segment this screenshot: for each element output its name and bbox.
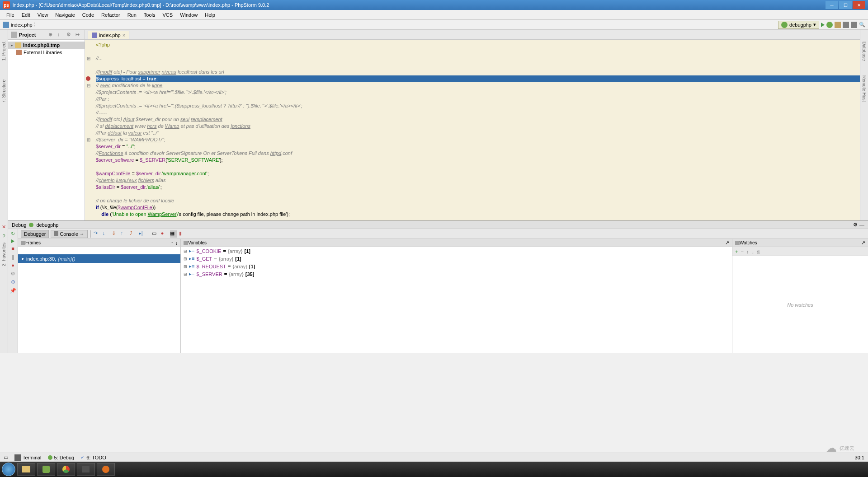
status-debug[interactable]: 5: Debug bbox=[48, 455, 75, 460]
stop-button[interactable]: ■ bbox=[11, 246, 14, 251]
breakpoint-icon[interactable] bbox=[86, 76, 90, 81]
code-line[interactable]: //[modif oto] Ajout $server_dir pour un … bbox=[96, 116, 860, 123]
pin-button[interactable]: 📌 bbox=[10, 288, 16, 294]
code-line[interactable]: //$projectContents .= '<li><a href="'.($… bbox=[96, 103, 860, 109]
expand-icon[interactable]: ⊞ bbox=[184, 257, 187, 261]
close-button[interactable]: ✕ bbox=[853, 1, 865, 9]
resume-button[interactable] bbox=[11, 239, 14, 243]
taskbar-firefox[interactable] bbox=[97, 463, 115, 476]
menu-file[interactable]: File bbox=[3, 12, 18, 18]
help-icon[interactable]: ? bbox=[2, 234, 5, 239]
view-breakpoints-button[interactable]: ● bbox=[11, 262, 14, 268]
code-line[interactable]: // on charge le fichier de conf locale bbox=[96, 197, 860, 204]
step-into-button[interactable]: ↓ bbox=[103, 230, 110, 238]
code-line[interactable]: $wampConfFile = $server_dir.'wampmanager… bbox=[96, 170, 860, 177]
code-line[interactable]: // avec modification de la ligne⊟ bbox=[96, 82, 860, 89]
stop-button[interactable] bbox=[843, 22, 849, 28]
menu-tools[interactable]: Tools bbox=[140, 12, 159, 18]
code-line[interactable]: $suppress_localhost = true; bbox=[96, 75, 860, 82]
code-line[interactable]: $server_software = $_SERVER['SERVER_SOFT… bbox=[96, 157, 860, 164]
settings-button[interactable]: ⚙ bbox=[11, 279, 15, 285]
run-config-selector[interactable]: debugphp ▾ bbox=[778, 21, 819, 29]
start-button[interactable] bbox=[2, 463, 15, 476]
evaluate-button[interactable]: ▭ bbox=[152, 230, 159, 238]
menu-view[interactable]: View bbox=[34, 12, 52, 18]
code-line[interactable]: if (!is_file($wampConfFile)) bbox=[96, 204, 860, 211]
tool-tab-project[interactable]: 1: Project bbox=[1, 39, 6, 63]
minimize-button[interactable]: ─ bbox=[826, 1, 838, 9]
variable-row[interactable]: ⊞ ▸≡ $_COOKIE = {array} [1] bbox=[181, 247, 732, 255]
code-line[interactable]: //...⊞ bbox=[96, 55, 860, 62]
drop-frame-button[interactable]: ⤴ bbox=[130, 230, 137, 238]
coverage-button[interactable] bbox=[835, 22, 841, 28]
code-editor[interactable]: <?php //...⊞ //[modif oto] - Pour suppri… bbox=[85, 40, 860, 220]
menu-refactor[interactable]: Refactor bbox=[98, 12, 124, 18]
update-button[interactable] bbox=[851, 22, 857, 28]
maximize-button[interactable]: ☐ bbox=[839, 1, 852, 9]
menu-help[interactable]: Help bbox=[201, 12, 219, 18]
move-down-button[interactable]: ↓ bbox=[751, 249, 754, 254]
code-line[interactable]: //Fonctionne à condition d'avoir ServerS… bbox=[96, 150, 860, 157]
tree-node-libraries[interactable]: External Libraries bbox=[8, 49, 85, 56]
menu-edit[interactable]: Edit bbox=[18, 12, 34, 18]
menu-navigate[interactable]: Navigate bbox=[52, 12, 78, 18]
expand-icon[interactable]: ⊞ bbox=[184, 249, 187, 253]
stack-frame[interactable]: ▸ index.php:30, {main}() bbox=[18, 254, 180, 263]
taskbar-explorer[interactable] bbox=[17, 463, 35, 476]
next-frame-button[interactable]: ↓ bbox=[175, 240, 178, 246]
tree-node-root[interactable]: ▸ index.php0.tmp bbox=[8, 42, 85, 49]
code-line[interactable]: //Par : bbox=[96, 96, 860, 103]
expand-icon[interactable]: ⊞ bbox=[184, 272, 187, 276]
code-line[interactable]: $aliasDir = $server_dir.'alias/'; bbox=[96, 184, 860, 191]
settings-icon[interactable]: ⚙ bbox=[853, 222, 858, 228]
code-line[interactable]: //chemin jusqu'aux fichiers alias bbox=[96, 177, 860, 184]
hide-button[interactable]: ↦ bbox=[75, 32, 82, 38]
code-line[interactable]: die ('Unable to open WampServer\'s confi… bbox=[96, 211, 860, 218]
code-line[interactable]: //----- bbox=[96, 109, 860, 116]
scroll-from-source-button[interactable]: ⊕ bbox=[48, 32, 55, 38]
expand-icon[interactable]: ▸ bbox=[11, 43, 13, 47]
tool-tab-remote-host[interactable]: Remote Host bbox=[862, 73, 867, 104]
code-line[interactable]: //$projectContents .= '<li><a href="'.$f… bbox=[96, 89, 860, 96]
duplicate-watch-button[interactable]: ⎘ bbox=[757, 249, 760, 254]
code-line[interactable]: // si déplacement www hors de Wamp et pa… bbox=[96, 123, 860, 130]
tool-tab-favorites[interactable]: 2: Favorites bbox=[1, 243, 6, 266]
restore-layout-button[interactable]: ↗ bbox=[725, 240, 729, 246]
menu-vcs[interactable]: VCS bbox=[159, 12, 177, 18]
toggle-breakpoint-button[interactable]: ● bbox=[161, 230, 168, 238]
collapse-all-button[interactable]: ↓ bbox=[57, 32, 64, 38]
layout-button[interactable]: ▦ bbox=[170, 230, 177, 238]
code-line[interactable] bbox=[96, 164, 860, 170]
force-step-into-button[interactable]: ⇓ bbox=[112, 230, 119, 238]
taskbar-app-2[interactable] bbox=[77, 463, 95, 476]
fold-icon[interactable]: ⊞ bbox=[87, 136, 90, 143]
breadcrumb-file[interactable]: index.php bbox=[11, 22, 33, 28]
prev-frame-button[interactable]: ↑ bbox=[171, 240, 174, 246]
console-tab[interactable]: Console → bbox=[51, 230, 87, 238]
step-over-button[interactable]: ↷ bbox=[94, 230, 101, 238]
run-button[interactable] bbox=[821, 23, 825, 27]
taskbar-app-1[interactable] bbox=[37, 463, 55, 476]
taskbar-chrome[interactable] bbox=[57, 463, 75, 476]
rerun-button[interactable]: ↻ bbox=[11, 231, 15, 237]
menu-run[interactable]: Run bbox=[124, 12, 140, 18]
expand-icon[interactable]: ⊞ bbox=[184, 264, 187, 269]
close-button[interactable]: ▮ bbox=[179, 230, 186, 238]
step-out-button[interactable]: ↑ bbox=[121, 230, 128, 238]
mute-breakpoints-button[interactable]: ⊘ bbox=[11, 271, 15, 276]
code-line[interactable]: //[modif oto] - Pour supprimer niveau lo… bbox=[96, 69, 860, 75]
run-to-cursor-button[interactable]: ▸| bbox=[139, 230, 146, 238]
status-terminal[interactable]: Terminal bbox=[14, 454, 42, 461]
search-button[interactable]: 🔍 bbox=[859, 22, 865, 28]
status-toggle-button[interactable]: ▭ bbox=[4, 454, 8, 460]
add-watch-button[interactable]: + bbox=[735, 249, 738, 254]
minimize-icon[interactable]: — bbox=[859, 222, 864, 228]
code-line[interactable]: <?php bbox=[96, 42, 860, 48]
variable-row[interactable]: ⊞ ▸≡ $_GET = {array} [1] bbox=[181, 255, 732, 262]
menu-window[interactable]: Window bbox=[176, 12, 201, 18]
pause-button[interactable]: ‖ bbox=[12, 254, 14, 260]
menu-code[interactable]: Code bbox=[79, 12, 98, 18]
variable-row[interactable]: ⊞ ▸≡ $_REQUEST = {array} [1] bbox=[181, 262, 732, 270]
debugger-tab[interactable]: Debugger bbox=[21, 230, 49, 238]
fold-icon[interactable]: ⊟ bbox=[87, 82, 90, 89]
